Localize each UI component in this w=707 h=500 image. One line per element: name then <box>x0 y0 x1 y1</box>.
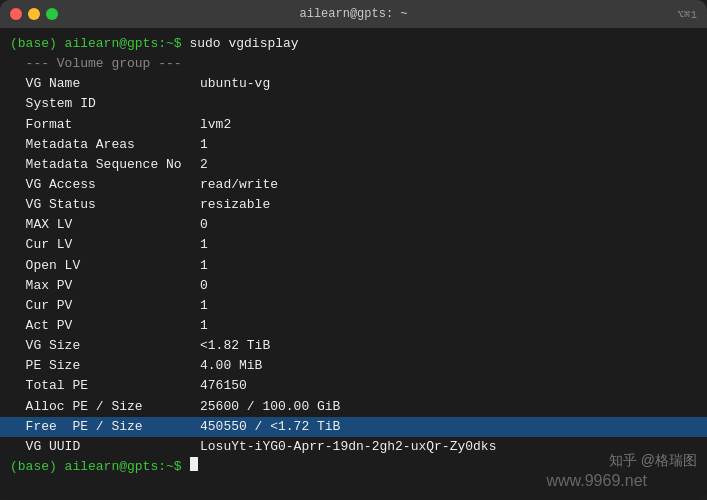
maximize-button[interactable] <box>46 8 58 20</box>
row-value: 25600 / 100.00 GiB <box>200 397 340 417</box>
row-label: VG UUID <box>10 437 200 457</box>
table-row: VG Nameubuntu-vg <box>10 74 697 94</box>
row-label: Alloc PE / Size <box>10 397 200 417</box>
terminal-content[interactable]: (base) ailearn@gpts:~$ sudo vgdisplay --… <box>0 28 707 500</box>
table-row: Free PE / Size450550 / <1.72 TiB <box>0 417 707 437</box>
row-label: Max PV <box>10 276 200 296</box>
table-row: System ID <box>10 94 697 114</box>
row-value: 450550 / <1.72 TiB <box>200 419 340 434</box>
row-label: Cur LV <box>10 235 200 255</box>
window-shortcut: ⌥⌘1 <box>677 8 697 21</box>
table-row: Act PV1 <box>10 316 697 336</box>
row-label: Metadata Areas <box>10 135 200 155</box>
row-label: MAX LV <box>10 215 200 235</box>
row-label: VG Status <box>10 195 200 215</box>
command-text: sudo vgdisplay <box>189 34 298 54</box>
prompt-label: (base) ailearn@gpts:~$ <box>10 34 189 54</box>
title-bar: ailearn@gpts: ~ ⌥⌘1 <box>0 0 707 28</box>
row-value: 1 <box>200 316 208 336</box>
row-value: 1 <box>200 256 208 276</box>
row-value: lvm2 <box>200 115 231 135</box>
close-button[interactable] <box>10 8 22 20</box>
row-value: 0 <box>200 215 208 235</box>
row-label: VG Access <box>10 175 200 195</box>
row-value: 1 <box>200 296 208 316</box>
table-row: MAX LV0 <box>10 215 697 235</box>
terminal-window: ailearn@gpts: ~ ⌥⌘1 (base) ailearn@gpts:… <box>0 0 707 500</box>
row-label: VG Size <box>10 336 200 356</box>
row-value: resizable <box>200 195 270 215</box>
row-label: Metadata Sequence No <box>10 155 200 175</box>
cursor <box>190 457 198 471</box>
row-value: LosuYt-iYG0-Aprr-19dn-2gh2-uxQr-Zy0dks <box>200 437 496 457</box>
row-label: Act PV <box>10 316 200 336</box>
row-label: VG Name <box>10 74 200 94</box>
row-value: <1.82 TiB <box>200 336 270 356</box>
table-row: Formatlvm2 <box>10 115 697 135</box>
row-value: 0 <box>200 276 208 296</box>
watermark-url: www.9969.net <box>546 472 647 490</box>
row-value: 2 <box>200 155 208 175</box>
row-label: Open LV <box>10 256 200 276</box>
vg-display-rows: VG Nameubuntu-vg System ID Formatlvm2 Me… <box>10 74 697 457</box>
row-value: 476150 <box>200 376 247 396</box>
table-row: Total PE476150 <box>10 376 697 396</box>
table-row: Metadata Sequence No2 <box>10 155 697 175</box>
table-row: Open LV1 <box>10 256 697 276</box>
table-row: VG Statusresizable <box>10 195 697 215</box>
row-value: 1 <box>200 135 208 155</box>
row-label: Cur PV <box>10 296 200 316</box>
table-row: VG UUIDLosuYt-iYG0-Aprr-19dn-2gh2-uxQr-Z… <box>10 437 697 457</box>
table-row: Max PV0 <box>10 276 697 296</box>
table-row: PE Size4.00 MiB <box>10 356 697 376</box>
table-row: VG Accessread/write <box>10 175 697 195</box>
row-value: ubuntu-vg <box>200 74 270 94</box>
row-value: read/write <box>200 175 278 195</box>
row-label: System ID <box>10 94 200 114</box>
row-label: PE Size <box>10 356 200 376</box>
section-header: --- Volume group --- <box>10 54 697 74</box>
table-row: Alloc PE / Size25600 / 100.00 GiB <box>10 397 697 417</box>
window-title: ailearn@gpts: ~ <box>299 7 407 21</box>
bottom-prompt-text: (base) ailearn@gpts:~$ <box>10 457 189 477</box>
table-row: VG Size<1.82 TiB <box>10 336 697 356</box>
table-row: Metadata Areas1 <box>10 135 697 155</box>
table-row: Cur LV1 <box>10 235 697 255</box>
table-row: Cur PV1 <box>10 296 697 316</box>
row-label: Total PE <box>10 376 200 396</box>
row-label: Free PE / Size <box>10 417 200 437</box>
watermark-text: 知乎 @格瑞图 <box>609 452 697 470</box>
row-label: Format <box>10 115 200 135</box>
row-value: 1 <box>200 235 208 255</box>
command-line: (base) ailearn@gpts:~$ sudo vgdisplay <box>10 34 697 54</box>
traffic-lights <box>10 8 58 20</box>
minimize-button[interactable] <box>28 8 40 20</box>
row-value: 4.00 MiB <box>200 356 262 376</box>
